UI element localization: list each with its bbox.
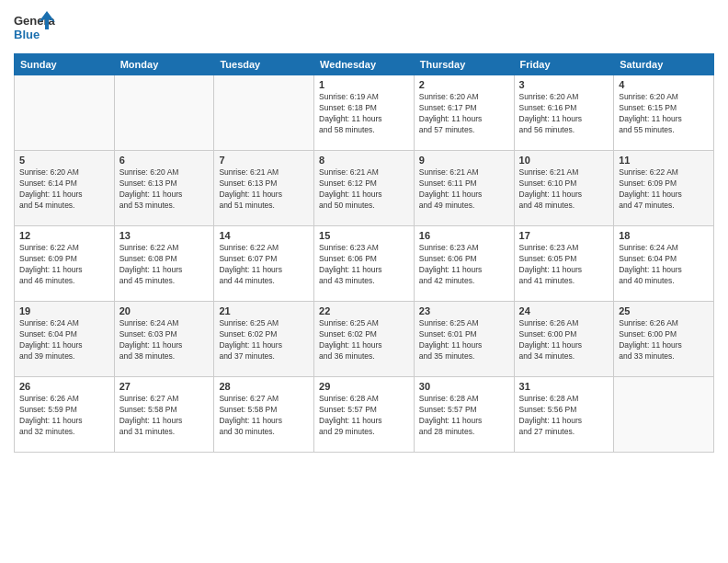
day-number: 18 [619,230,709,241]
table-cell: 2Sunrise: 6:20 AMSunset: 6:17 PMDaylight… [414,75,514,151]
table-cell: 15Sunrise: 6:23 AMSunset: 6:06 PMDayligh… [314,226,415,302]
day-number: 5 [19,155,109,166]
table-cell: 30Sunrise: 6:28 AMSunset: 5:57 PMDayligh… [414,377,514,453]
day-info: Sunrise: 6:19 AMSunset: 6:18 PMDaylight:… [319,92,409,136]
day-number: 21 [219,305,309,316]
day-info: Sunrise: 6:22 AMSunset: 6:09 PMDaylight:… [19,243,109,287]
header-saturday: Saturday [614,54,714,75]
table-cell: 24Sunrise: 6:26 AMSunset: 6:00 PMDayligh… [514,302,614,377]
day-info: Sunrise: 6:26 AMSunset: 6:00 PMDaylight:… [519,318,609,362]
day-number: 26 [19,381,109,392]
header-sunday: Sunday [15,54,115,75]
day-info: Sunrise: 6:28 AMSunset: 5:57 PMDaylight:… [319,394,409,438]
day-info: Sunrise: 6:20 AMSunset: 6:16 PMDaylight:… [519,92,609,136]
table-cell: 6Sunrise: 6:20 AMSunset: 6:13 PMDaylight… [114,151,214,226]
day-number: 9 [419,155,509,166]
table-cell: 27Sunrise: 6:27 AMSunset: 5:58 PMDayligh… [114,377,214,453]
day-info: Sunrise: 6:22 AMSunset: 6:09 PMDaylight:… [619,167,709,212]
day-info: Sunrise: 6:26 AMSunset: 6:00 PMDaylight:… [619,318,709,362]
day-info: Sunrise: 6:24 AMSunset: 6:04 PMDaylight:… [619,243,709,287]
day-info: Sunrise: 6:28 AMSunset: 5:56 PMDaylight:… [519,394,609,438]
day-number: 24 [519,305,609,316]
day-number: 14 [219,230,309,241]
table-cell: 10Sunrise: 6:21 AMSunset: 6:10 PMDayligh… [514,151,614,226]
day-info: Sunrise: 6:20 AMSunset: 6:17 PMDaylight:… [419,92,509,136]
day-number: 1 [319,79,409,90]
header-wednesday: Wednesday [314,54,415,75]
day-number: 31 [519,381,609,392]
table-cell: 25Sunrise: 6:26 AMSunset: 6:00 PMDayligh… [614,302,714,377]
table-cell: 9Sunrise: 6:21 AMSunset: 6:11 PMDaylight… [414,151,514,226]
day-number: 11 [619,155,709,166]
header: GeneralBlue [14,9,714,46]
table-cell: 29Sunrise: 6:28 AMSunset: 5:57 PMDayligh… [314,377,415,453]
day-info: Sunrise: 6:27 AMSunset: 5:58 PMDaylight:… [119,394,210,438]
logo: GeneralBlue [14,9,55,46]
day-info: Sunrise: 6:23 AMSunset: 6:05 PMDaylight:… [519,243,609,287]
day-number: 4 [619,79,709,90]
day-info: Sunrise: 6:20 AMSunset: 6:15 PMDaylight:… [619,92,709,136]
table-cell: 28Sunrise: 6:27 AMSunset: 5:58 PMDayligh… [214,377,314,453]
table-cell: 1Sunrise: 6:19 AMSunset: 6:18 PMDaylight… [314,75,415,151]
header-tuesday: Tuesday [214,54,314,75]
day-number: 2 [419,79,509,90]
day-info: Sunrise: 6:20 AMSunset: 6:14 PMDaylight:… [19,167,109,212]
table-cell: 23Sunrise: 6:25 AMSunset: 6:01 PMDayligh… [414,302,514,377]
day-number: 28 [219,381,309,392]
week-row-1: 1Sunrise: 6:19 AMSunset: 6:18 PMDaylight… [15,75,714,151]
day-number: 20 [119,305,210,316]
table-cell: 21Sunrise: 6:25 AMSunset: 6:02 PMDayligh… [214,302,314,377]
header-monday: Monday [114,54,214,75]
svg-text:Blue: Blue [14,28,40,41]
day-number: 16 [419,230,509,241]
day-info: Sunrise: 6:21 AMSunset: 6:11 PMDaylight:… [419,167,509,212]
table-cell: 3Sunrise: 6:20 AMSunset: 6:16 PMDaylight… [514,75,614,151]
day-info: Sunrise: 6:22 AMSunset: 6:07 PMDaylight:… [219,243,309,287]
table-cell [614,377,714,453]
day-info: Sunrise: 6:24 AMSunset: 6:04 PMDaylight:… [19,318,109,362]
day-number: 8 [319,155,409,166]
table-cell: 4Sunrise: 6:20 AMSunset: 6:15 PMDaylight… [614,75,714,151]
week-row-5: 26Sunrise: 6:26 AMSunset: 5:59 PMDayligh… [15,377,714,453]
day-info: Sunrise: 6:25 AMSunset: 6:02 PMDaylight:… [319,318,409,362]
week-row-4: 19Sunrise: 6:24 AMSunset: 6:04 PMDayligh… [15,302,714,377]
day-number: 30 [419,381,509,392]
day-info: Sunrise: 6:23 AMSunset: 6:06 PMDaylight:… [419,243,509,287]
table-cell: 16Sunrise: 6:23 AMSunset: 6:06 PMDayligh… [414,226,514,302]
table-cell: 18Sunrise: 6:24 AMSunset: 6:04 PMDayligh… [614,226,714,302]
table-cell: 31Sunrise: 6:28 AMSunset: 5:56 PMDayligh… [514,377,614,453]
day-info: Sunrise: 6:21 AMSunset: 6:13 PMDaylight:… [219,167,309,212]
calendar-header-row: SundayMondayTuesdayWednesdayThursdayFrid… [15,54,714,75]
day-number: 19 [19,305,109,316]
day-number: 7 [219,155,309,166]
header-friday: Friday [514,54,614,75]
day-number: 17 [519,230,609,241]
day-info: Sunrise: 6:21 AMSunset: 6:10 PMDaylight:… [519,167,609,212]
day-number: 3 [519,79,609,90]
page: GeneralBlue SundayMondayTuesdayWednesday… [0,0,728,563]
week-row-2: 5Sunrise: 6:20 AMSunset: 6:14 PMDaylight… [15,151,714,226]
day-number: 10 [519,155,609,166]
table-cell: 8Sunrise: 6:21 AMSunset: 6:12 PMDaylight… [314,151,415,226]
table-cell [114,75,214,151]
table-cell: 26Sunrise: 6:26 AMSunset: 5:59 PMDayligh… [15,377,115,453]
table-cell: 11Sunrise: 6:22 AMSunset: 6:09 PMDayligh… [614,151,714,226]
day-number: 27 [119,381,210,392]
day-info: Sunrise: 6:28 AMSunset: 5:57 PMDaylight:… [419,394,509,438]
table-cell: 7Sunrise: 6:21 AMSunset: 6:13 PMDaylight… [214,151,314,226]
day-number: 13 [119,230,210,241]
logo-svg: GeneralBlue [14,9,55,46]
week-row-3: 12Sunrise: 6:22 AMSunset: 6:09 PMDayligh… [15,226,714,302]
day-info: Sunrise: 6:26 AMSunset: 5:59 PMDaylight:… [19,394,109,438]
table-cell: 13Sunrise: 6:22 AMSunset: 6:08 PMDayligh… [114,226,214,302]
day-number: 29 [319,381,409,392]
day-info: Sunrise: 6:22 AMSunset: 6:08 PMDaylight:… [119,243,210,287]
table-cell [15,75,115,151]
day-info: Sunrise: 6:25 AMSunset: 6:02 PMDaylight:… [219,318,309,362]
day-info: Sunrise: 6:21 AMSunset: 6:12 PMDaylight:… [319,167,409,212]
table-cell: 14Sunrise: 6:22 AMSunset: 6:07 PMDayligh… [214,226,314,302]
calendar: SundayMondayTuesdayWednesdayThursdayFrid… [14,53,714,453]
table-cell [214,75,314,151]
day-number: 25 [619,305,709,316]
table-cell: 19Sunrise: 6:24 AMSunset: 6:04 PMDayligh… [15,302,115,377]
